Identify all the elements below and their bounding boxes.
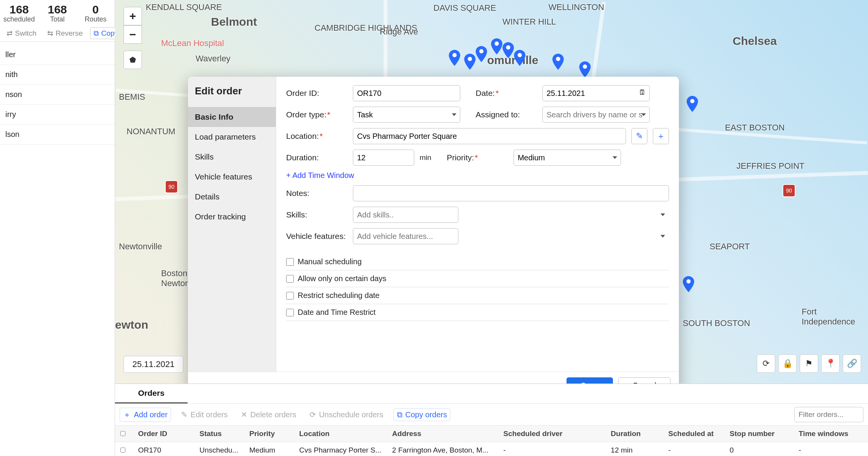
pencil-icon: ✎ xyxy=(636,131,643,141)
edit-location-button[interactable]: ✎ xyxy=(631,128,647,144)
map-label-kendall: KENDALL SQUARE xyxy=(146,2,222,12)
select-all-checkbox[interactable] xyxy=(120,431,125,436)
col-status[interactable]: Status xyxy=(194,426,244,442)
col-duration[interactable]: Duration xyxy=(605,426,663,442)
refresh-icon: ⟳ xyxy=(763,359,769,369)
duration-input[interactable] xyxy=(353,150,414,166)
skills-select[interactable] xyxy=(353,207,458,223)
map-label-davis: DAVIS SQUARE xyxy=(433,3,496,13)
check-allow-certain-days[interactable]: Allow only on certain days xyxy=(286,270,669,287)
cell-location: Cvs Pharmacy Porter S... xyxy=(294,442,387,456)
map-label-waverley: Waverley xyxy=(196,54,231,64)
checkbox[interactable] xyxy=(286,275,294,283)
check-restrict-date[interactable]: Restrict scheduling date xyxy=(286,287,669,304)
tab-vehicle-features[interactable]: Vehicle features xyxy=(188,167,276,187)
reverse-button[interactable]: ⇆Reverse xyxy=(44,27,86,39)
tab-skills[interactable]: Skills xyxy=(188,147,276,167)
lock-button[interactable]: 🔒 xyxy=(778,354,797,373)
orders-actions: ＋Add order ✎Edit orders ✕Delete orders ⟳… xyxy=(115,404,868,426)
driver-list-item[interactable]: irry xyxy=(0,105,115,125)
calendar-icon[interactable]: 🗓 xyxy=(639,88,646,97)
col-scheduled-at[interactable]: Scheduled at xyxy=(663,426,724,442)
switch-button[interactable]: ⇄Switch xyxy=(3,27,40,39)
stat-routes-label: Routes xyxy=(76,15,115,23)
col-location[interactable]: Location xyxy=(294,426,387,442)
checkbox[interactable] xyxy=(286,309,294,316)
map-pin-icon[interactable] xyxy=(449,50,460,66)
edit-order-modal: Edit order Basic Info Load parameters Sk… xyxy=(188,77,679,399)
map-label-winterhill: WINTER HILL xyxy=(502,17,556,27)
stat-routes: 0 Routes xyxy=(76,3,115,23)
link-button[interactable]: 🔗 xyxy=(843,354,861,373)
date-input[interactable] xyxy=(542,85,650,101)
zoom-out-button[interactable]: − xyxy=(124,25,142,44)
checkbox[interactable] xyxy=(286,258,294,266)
add-order-button[interactable]: ＋Add order xyxy=(120,408,171,422)
polygon-draw-button[interactable] xyxy=(124,51,142,69)
assigned-to-select[interactable] xyxy=(542,107,650,123)
map-pin-icon[interactable] xyxy=(464,54,476,70)
table-row[interactable]: OR170 Unschedu... Medium Cvs Pharmacy Po… xyxy=(115,442,868,456)
copy-orders-button[interactable]: ⧉Copy orders xyxy=(394,408,451,421)
tab-orders[interactable]: Orders xyxy=(115,384,188,403)
reverse-icon: ⇆ xyxy=(47,29,53,38)
driver-list-item[interactable]: lson xyxy=(0,125,115,145)
flag-button[interactable]: ⚑ xyxy=(800,354,818,373)
tab-order-tracking[interactable]: Order tracking xyxy=(188,207,276,227)
map-pin-icon[interactable] xyxy=(687,96,698,112)
order-type-select[interactable] xyxy=(353,107,460,123)
map-pin-icon[interactable] xyxy=(491,38,502,54)
map-pin-icon[interactable] xyxy=(552,54,564,70)
map-label-belmont: Belmont xyxy=(211,15,257,28)
map-pin-icon[interactable] xyxy=(476,46,487,62)
cell-order-id: OR170 xyxy=(133,442,194,456)
row-checkbox[interactable] xyxy=(120,448,125,453)
col-priority[interactable]: Priority xyxy=(244,426,294,442)
vehicle-features-select[interactable] xyxy=(353,228,458,244)
stats-row: 168 scheduled 168 Total 0 Routes xyxy=(0,0,115,25)
zoom-in-button[interactable]: + xyxy=(124,7,142,25)
order-type-label: Order type: xyxy=(286,110,348,119)
cell-address: 2 Farrington Ave, Boston, M... xyxy=(387,442,498,456)
refresh-button[interactable]: ⟳ xyxy=(757,354,775,373)
map-label-seaport: SEAPORT xyxy=(710,242,750,252)
map-zoom-controls: + − xyxy=(124,7,142,69)
driver-list-item[interactable]: nith xyxy=(0,65,115,85)
col-address[interactable]: Address xyxy=(387,426,498,442)
cell-scheduled-at: - xyxy=(663,442,724,456)
add-location-button[interactable]: ＋ xyxy=(653,128,669,144)
filter-orders-input[interactable] xyxy=(794,407,863,422)
driver-list: ller nith nson irry lson xyxy=(0,42,115,145)
unschedule-orders-button[interactable]: ⟳Unschedule orders xyxy=(306,408,387,421)
priority-select[interactable] xyxy=(514,150,621,166)
locate-button[interactable]: 📍 xyxy=(821,354,840,373)
stat-total-label: Total xyxy=(38,15,77,23)
checkbox[interactable] xyxy=(286,292,294,300)
map-date-pill[interactable]: 25.11.2021 xyxy=(124,356,183,373)
add-time-window-link[interactable]: + Add Time Window xyxy=(286,171,354,180)
delete-orders-button[interactable]: ✕Delete orders xyxy=(238,408,300,421)
col-order-id[interactable]: Order ID xyxy=(133,426,194,442)
tab-basic-info[interactable]: Basic Info xyxy=(188,107,276,127)
location-input[interactable] xyxy=(353,128,626,144)
tab-details[interactable]: Details xyxy=(188,187,276,207)
order-id-input[interactable] xyxy=(353,85,460,101)
notes-input[interactable] xyxy=(353,185,669,201)
driver-list-item[interactable]: nson xyxy=(0,85,115,105)
map-pin-icon[interactable] xyxy=(579,61,591,77)
col-time-windows[interactable]: Time windows xyxy=(793,426,868,442)
map-pin-icon[interactable] xyxy=(514,50,525,66)
driver-list-item[interactable]: ller xyxy=(0,45,115,65)
col-stop-number[interactable]: Stop number xyxy=(724,426,793,442)
edit-orders-button[interactable]: ✎Edit orders xyxy=(178,408,231,421)
col-scheduled-driver[interactable]: Scheduled driver xyxy=(498,426,605,442)
map-pin-icon[interactable] xyxy=(502,42,514,58)
swap-icon: ⇄ xyxy=(7,29,13,38)
tab-load-parameters[interactable]: Load parameters xyxy=(188,127,276,147)
check-manual-scheduling[interactable]: Manual scheduling xyxy=(286,254,669,270)
check-date-time-restrict[interactable]: Date and Time Restrict xyxy=(286,304,669,321)
duration-label: Duration: xyxy=(286,153,348,162)
map-pin-icon[interactable] xyxy=(683,276,694,292)
modal-form: Order ID: Date: 🗓 Order type: xyxy=(276,77,679,372)
cell-stop: 0 xyxy=(724,442,793,456)
